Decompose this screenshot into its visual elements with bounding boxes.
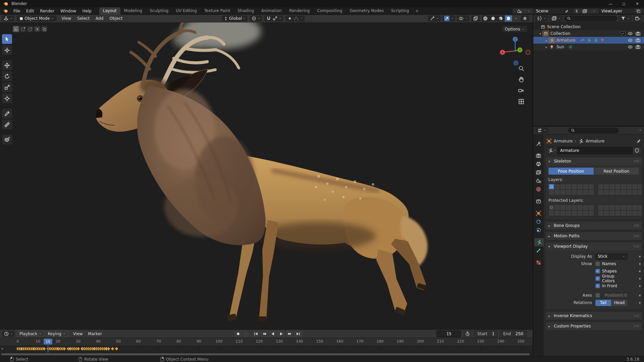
hide-eye-icon[interactable] [628, 44, 633, 50]
panel-inverse-kinematics-header[interactable]: ▸ Inverse Kinematics [546, 312, 642, 320]
layer-cell[interactable] [632, 210, 638, 216]
layer-cell[interactable] [615, 184, 621, 189]
shading-material-button[interactable] [497, 15, 505, 21]
pin-icon[interactable] [565, 9, 569, 13]
layer-cell[interactable] [572, 210, 577, 216]
breadcrumb-object[interactable]: Armature [554, 139, 573, 143]
layer-cell[interactable] [549, 210, 554, 216]
pause-bars-button[interactable] [521, 15, 529, 21]
snap-toggle-group[interactable] [264, 15, 283, 21]
layer-cell[interactable] [627, 205, 632, 210]
layer-cell[interactable] [615, 190, 621, 195]
in-front-checkbox[interactable]: ✓ [595, 284, 600, 288]
keying-menu[interactable]: Keying [45, 331, 68, 337]
gizmo-toggle-icon[interactable] [444, 16, 449, 21]
chevron-down-icon[interactable] [639, 128, 642, 133]
layer-cell[interactable] [598, 184, 603, 189]
tool-rotate[interactable] [2, 71, 12, 81]
axes-position-slider[interactable]: Position 0.0 [602, 292, 630, 299]
tab-modeling[interactable]: Modeling [120, 7, 146, 15]
pivot-point-dropdown[interactable] [250, 15, 262, 21]
close-button[interactable]: ✕ [631, 0, 644, 7]
collection-exclude-checkbox[interactable]: ✓ [621, 32, 625, 36]
tab-texture-paint[interactable]: Texture Paint [201, 7, 234, 15]
layer-cell[interactable] [577, 210, 583, 216]
layer-cell[interactable] [632, 205, 638, 210]
layer-cell[interactable] [632, 190, 638, 195]
layer-cell[interactable] [583, 210, 588, 216]
layer-cell[interactable] [638, 190, 642, 195]
layer-cell[interactable] [621, 210, 626, 216]
tab-geometry-nodes[interactable]: Geometry Nodes [346, 7, 387, 15]
viewport-menu-select[interactable]: Select [74, 16, 93, 21]
blender-menu-icon[interactable] [3, 8, 8, 13]
layer-cell[interactable] [609, 190, 615, 195]
xray-toggle-button[interactable] [471, 15, 480, 21]
playback-menu[interactable]: Playback [17, 331, 45, 337]
layer-cell[interactable] [589, 184, 594, 189]
layer-cell[interactable] [560, 210, 566, 216]
layer-cell[interactable] [589, 210, 594, 216]
select-mode-extend[interactable] [20, 26, 26, 32]
layer-cell[interactable] [598, 205, 603, 210]
tab-texture[interactable] [533, 258, 544, 267]
editor-type-button[interactable] [2, 15, 14, 21]
disable-render-camera-icon[interactable] [635, 31, 641, 36]
viewport-menu-view[interactable]: View [59, 16, 74, 21]
shading-wireframe-button[interactable] [482, 15, 489, 21]
layer-cell[interactable] [598, 210, 603, 216]
layer-cell[interactable] [560, 190, 566, 195]
outliner-row-collection[interactable]: ▾ Collection ✓ [533, 30, 644, 37]
layer-cell[interactable] [566, 184, 571, 189]
expand-arrow-icon[interactable]: ▾ [538, 32, 543, 36]
layer-cell[interactable] [604, 190, 609, 195]
menu-file[interactable]: File [10, 9, 23, 13]
outliner-display-mode-dropdown[interactable] [550, 15, 562, 21]
layer-cell[interactable] [583, 190, 588, 195]
hide-eye-icon[interactable] [628, 38, 633, 43]
layer-cell[interactable] [615, 210, 621, 216]
layer-cell[interactable] [560, 205, 566, 210]
chevron-down-icon[interactable] [514, 16, 518, 21]
axes-checkbox[interactable] [595, 293, 600, 298]
panel-bone-groups-header[interactable]: ▸ Bone Groups [546, 222, 642, 230]
show-overlays-group[interactable] [457, 15, 470, 21]
gizmo-z-negative[interactable] [514, 61, 518, 65]
orientation-dropdown[interactable]: Global [222, 15, 248, 21]
layer-cell[interactable] [627, 184, 632, 189]
tool-3d-cursor[interactable] [2, 45, 12, 55]
overlays-toggle-icon[interactable] [459, 16, 464, 21]
layer-cell[interactable] [638, 210, 642, 216]
layer-cell[interactable] [549, 184, 554, 189]
layer-cell[interactable] [627, 190, 632, 195]
layer-cell[interactable] [572, 205, 577, 210]
layer-cell[interactable] [566, 210, 571, 216]
play-button[interactable] [277, 330, 285, 337]
minimize-button[interactable]: ― [604, 0, 617, 7]
end-frame-field[interactable]: End 250 [500, 330, 527, 337]
tab-layout[interactable]: Layout [99, 7, 120, 15]
layer-cell[interactable] [609, 210, 615, 216]
animate-dot[interactable] [639, 278, 641, 280]
show-gizmo-group[interactable] [442, 15, 455, 21]
viewlayer-browse-button[interactable] [578, 8, 599, 14]
layer-cell[interactable] [560, 184, 566, 189]
record-button[interactable] [234, 330, 243, 337]
layer-cell[interactable] [604, 205, 609, 210]
outliner-search-input[interactable] [564, 16, 617, 21]
scrollbar-thumb[interactable] [1, 353, 530, 355]
jump-start-button[interactable] [252, 330, 260, 337]
id-browse-button[interactable] [546, 147, 557, 154]
layer-cell[interactable] [589, 205, 594, 210]
protected-layers-grid[interactable] [548, 204, 639, 216]
animate-dot[interactable] [639, 302, 641, 304]
tab-bone[interactable] [533, 246, 544, 255]
keying-set-dropdown[interactable] [243, 330, 249, 337]
tool-measure[interactable] [2, 120, 12, 129]
add-workspace-button[interactable]: + [413, 9, 421, 13]
animate-dot[interactable] [639, 256, 641, 257]
layer-cell[interactable] [577, 184, 583, 189]
channel-expand-icon[interactable]: ▸ [2, 347, 3, 350]
layer-cell[interactable] [572, 184, 577, 189]
tab-world[interactable] [533, 185, 544, 193]
